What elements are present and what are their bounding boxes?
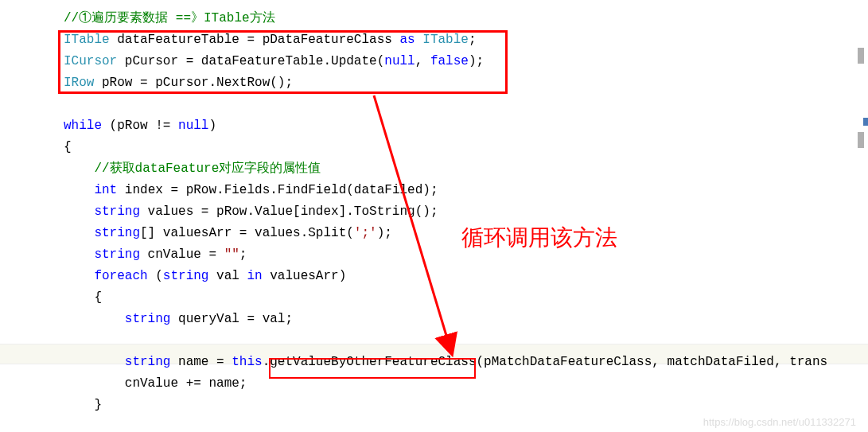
editor-markers — [854, 0, 868, 432]
watermark: https://blog.csdn.net/u011332271 — [703, 416, 856, 428]
annotation-label: 循环调用该方法 — [461, 223, 617, 253]
marker-icon — [863, 118, 868, 126]
code-comment: //获取dataFeature对应字段的属性值 — [64, 162, 321, 176]
code-type: IRow — [64, 76, 94, 90]
code-keyword: while — [64, 119, 102, 133]
code-type: ICursor — [64, 54, 117, 68]
code-type: ITable — [64, 33, 110, 47]
code-comment: //①遍历要素数据 ==》ITable方法 — [64, 11, 275, 25]
marker-icon — [858, 48, 864, 64]
code-editor[interactable]: //①遍历要素数据 ==》ITable方法 ITable dataFeature… — [0, 0, 868, 416]
marker-icon — [858, 132, 864, 148]
